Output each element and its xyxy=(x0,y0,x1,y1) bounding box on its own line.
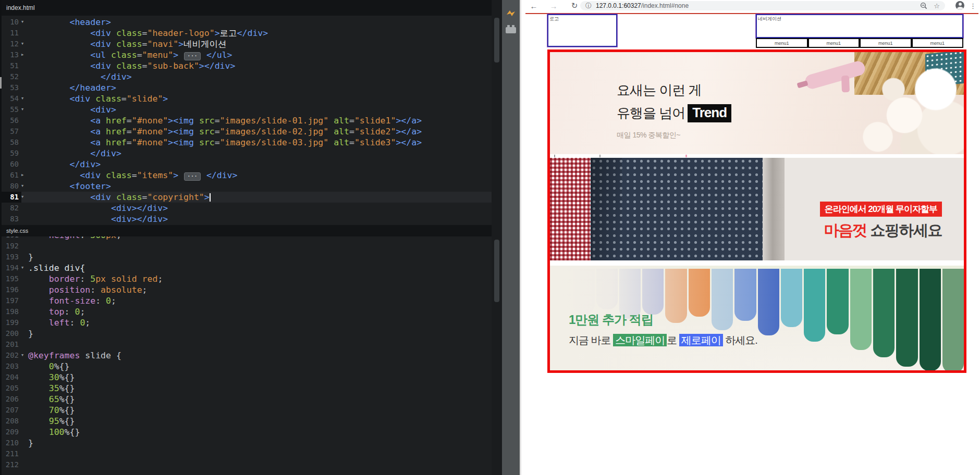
code-token xyxy=(111,61,116,71)
scrollbar-thumb[interactable] xyxy=(494,240,499,302)
line-number: 200 xyxy=(0,328,21,339)
code-line-209[interactable]: 209 100%{} xyxy=(0,427,502,438)
code-line-192[interactable]: 192 xyxy=(0,241,502,252)
code-line-208[interactable]: 208 95%{} xyxy=(0,416,502,427)
code-line-82[interactable]: 82 <div></div> xyxy=(0,203,502,214)
code-text: top: 0; xyxy=(28,306,85,317)
code-token: 70 xyxy=(49,405,59,415)
code-line-196[interactable]: 196 position: absolute; xyxy=(0,284,502,295)
collapsed-code-marker[interactable]: ··· xyxy=(184,52,201,60)
editor-left-scroll-indicator[interactable] xyxy=(0,77,2,89)
code-line-195[interactable]: 195 border: 5px solid red; xyxy=(0,273,502,284)
code-line-206[interactable]: 206 65%{} xyxy=(0,394,502,405)
code-text: <div></div> xyxy=(28,214,168,224)
code-line-53[interactable]: 53 </header> xyxy=(0,82,502,93)
back-icon[interactable]: ← xyxy=(528,0,540,11)
code-line-199[interactable]: 199 left: 0; xyxy=(0,317,502,328)
code-line-202[interactable]: 202▼@keyframes slide { xyxy=(0,350,502,361)
code-line-198[interactable]: 198 top: 0; xyxy=(0,306,502,317)
code-token: 500 xyxy=(90,236,106,240)
fold-arrow-icon[interactable]: ▼ xyxy=(21,350,28,361)
fold-arrow-icon[interactable]: ▼ xyxy=(21,17,28,28)
zoom-out-icon[interactable] xyxy=(920,2,927,9)
code-line-54[interactable]: 54▼ <div class="slide"> xyxy=(0,93,502,104)
fold-arrow-icon[interactable]: ▶ xyxy=(21,49,28,60)
code-line-191[interactable]: 191 height: 500px; xyxy=(0,236,502,241)
menu-item[interactable]: menu1 xyxy=(808,38,860,48)
code-line-12[interactable]: 12▼ <div class="navi">네비게이션 xyxy=(0,39,502,49)
code-line-207[interactable]: 207 70%{} xyxy=(0,405,502,416)
editor-pane-css[interactable]: 191 height: 500px;192193}194▼.slide div{… xyxy=(0,236,502,475)
site-info-icon[interactable]: ⓘ xyxy=(585,2,592,10)
code-line-80[interactable]: 80▼ <footer> xyxy=(0,181,502,192)
menu-item[interactable]: menu1 xyxy=(860,38,912,48)
code-line-61[interactable]: 61▶ <div class="items"> ··· </div> xyxy=(0,170,502,181)
code-line-60[interactable]: 60 </div> xyxy=(0,159,502,170)
line-number: 204 xyxy=(0,372,21,383)
profile-avatar[interactable] xyxy=(956,1,964,10)
code-line-81[interactable]: 81▼ <div class="copyright"> xyxy=(0,192,502,203)
fold-arrow-icon[interactable]: ▶ xyxy=(21,170,28,181)
editor-pane-html[interactable]: 10▼ <header>11 <div class="header-logo">… xyxy=(0,16,502,225)
reload-icon[interactable]: ↻ xyxy=(568,0,581,11)
code-text: <div class="navi">네비게이션 xyxy=(28,39,227,49)
code-line-51[interactable]: 51 <div class="sub-back"></div> xyxy=(0,60,502,71)
browser-toolbar: ← → ↻ ⓘ 127.0.0.1:60327/index.html#none … xyxy=(521,0,980,11)
code-token: <div></div> xyxy=(111,203,168,213)
code-line-59[interactable]: 59 </div> xyxy=(0,148,502,159)
code-line-55[interactable]: 55▼ <div> xyxy=(0,104,502,115)
slide3-image[interactable]: 1만원 추가 적립 지금 바로 스마일페이로 제로페이 하세요. xyxy=(550,266,964,370)
code-text: height: 500px; xyxy=(28,236,121,241)
gap-tick xyxy=(599,155,601,157)
code-line-212[interactable]: 212 xyxy=(0,459,502,470)
code-token: "slide3" xyxy=(354,138,396,147)
code-line-57[interactable]: 57 <a href="#none"><img src="images/slid… xyxy=(0,126,502,137)
scrollbar-thumb[interactable] xyxy=(494,18,499,63)
extension-manager-brick-icon[interactable] xyxy=(506,27,516,33)
fold-arrow-icon[interactable]: ▼ xyxy=(21,39,28,49)
code-line-211[interactable]: 211 xyxy=(0,448,502,459)
slide2-image[interactable]: 온라인에서 20개월 무이자할부 마음껏 쇼핑하세요 xyxy=(550,158,964,260)
code-line-13[interactable]: 13▶ <ul class="menu"> ··· </ul> xyxy=(0,49,502,60)
url-bar[interactable]: ⓘ 127.0.0.1:60327/index.html#none ☆ xyxy=(580,1,945,10)
forward-icon[interactable]: → xyxy=(547,0,560,11)
code-line-193[interactable]: 193} xyxy=(0,252,502,262)
code-line-58[interactable]: 58 <a href="#none"><img src="images/slid… xyxy=(0,137,502,148)
slide3-prefix: 지금 바로 xyxy=(569,334,613,346)
code-line-52[interactable]: 52 </div> xyxy=(0,71,502,82)
fold-arrow-icon[interactable]: ▼ xyxy=(21,104,28,115)
code-line-204[interactable]: 204 30%{} xyxy=(0,372,502,383)
editor-tab-style-css[interactable]: style.css xyxy=(0,225,502,236)
menu-item[interactable]: menu1 xyxy=(756,38,808,48)
code-line-56[interactable]: 56 <a href="#none"><img src="images/slid… xyxy=(0,115,502,126)
code-token: 로고 xyxy=(220,28,237,38)
browser-menu-icon[interactable]: ⋮ xyxy=(970,0,976,11)
code-token: </div> xyxy=(206,170,238,180)
code-line-194[interactable]: 194▼.slide div{ xyxy=(0,262,502,273)
code-line-205[interactable]: 205 35%{} xyxy=(0,383,502,394)
slide1-image[interactable]: 요새는 이런 게 유행을 넘어Trend 매일 15% 중복할인~ xyxy=(550,52,964,154)
fold-arrow-icon[interactable]: ▼ xyxy=(21,262,28,273)
code-line-197[interactable]: 197 font-size: 0; xyxy=(0,295,502,306)
bookmark-star-icon[interactable]: ☆ xyxy=(934,2,940,10)
code-token: ></a> xyxy=(396,116,422,126)
code-line-203[interactable]: 203 0%{} xyxy=(0,361,502,372)
code-line-210[interactable]: 210} xyxy=(0,438,502,448)
fold-arrow-icon[interactable]: ▼ xyxy=(21,93,28,104)
editor-scrollbar-track[interactable] xyxy=(492,0,502,475)
menu-item[interactable]: menu1 xyxy=(912,38,964,48)
code-editor: index.html 10▼ <header>11 <div class="he… xyxy=(0,0,502,475)
editor-tab-index-html[interactable]: index.html xyxy=(0,0,502,16)
code-line-10[interactable]: 10▼ <header> xyxy=(0,17,502,28)
fold-arrow-icon[interactable]: ▼ xyxy=(21,192,28,203)
code-line-83[interactable]: 83 <div></div> xyxy=(0,214,502,224)
code-token: border xyxy=(49,274,80,284)
fold-arrow-icon[interactable]: ▼ xyxy=(21,181,28,192)
code-token xyxy=(28,116,90,126)
slide3-smilepay-chip: 스마일페이 xyxy=(613,334,667,346)
code-line-201[interactable]: 201 xyxy=(0,339,502,350)
collapsed-code-marker[interactable]: ··· xyxy=(184,172,201,181)
code-line-200[interactable]: 200} xyxy=(0,328,502,339)
code-line-11[interactable]: 11 <div class="header-logo">로고</div> xyxy=(0,28,502,39)
live-preview-lightning-icon[interactable] xyxy=(506,8,516,19)
